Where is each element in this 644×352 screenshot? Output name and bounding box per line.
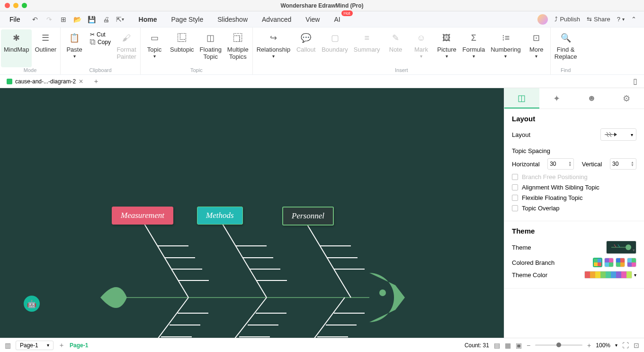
vertical-label: Vertical [582, 161, 602, 168]
view-mode-3-icon[interactable]: ▣ [516, 342, 522, 349]
cause-methods[interactable]: Methods [197, 207, 243, 225]
colored-branch-label: Colored Branch [512, 259, 555, 266]
mark-button[interactable]: ☺Mark▾ [408, 29, 434, 67]
add-page-icon[interactable]: ＋ [58, 341, 65, 350]
subtopic-button[interactable]: ⿺Subtopic [167, 29, 197, 67]
canvas[interactable]: Measurement Methods Personnel Environmen… [0, 88, 504, 338]
chat-fab-button[interactable]: 🤖 [24, 296, 40, 312]
svg-point-40 [626, 244, 631, 250]
file-menu[interactable]: File [3, 14, 27, 25]
overlap-checkbox[interactable]: Topic Overlap [512, 205, 636, 212]
open-icon[interactable]: 📂 [72, 13, 84, 26]
summary-button[interactable]: ≡Summary [351, 29, 383, 67]
svg-line-33 [607, 132, 608, 135]
publish-button[interactable]: ⤴ Publish [555, 16, 580, 23]
horizontal-input[interactable]: 30▲▼ [547, 158, 574, 170]
topic-button[interactable]: ▭Topic▾ [142, 29, 167, 67]
redo-icon[interactable]: ↷ [43, 13, 55, 26]
outliner-mode-button[interactable]: ☰Outliner [32, 29, 59, 67]
collapse-ribbon-icon[interactable]: ⌃ [631, 16, 636, 23]
note-icon: ✎ [390, 32, 401, 44]
panel-tab-style-icon[interactable]: ✦ [539, 88, 574, 108]
paste-button[interactable]: 📋Paste▾ [62, 29, 87, 67]
print-icon[interactable]: 🖨 [100, 13, 112, 26]
branch-free-checkbox: Branch Free Positioning [512, 173, 636, 181]
relationship-button[interactable]: ↪Relationship▾ [254, 29, 294, 67]
multiple-topics-button[interactable]: ⿹Multiple Topics [224, 29, 251, 67]
topic-icon: ▭ [149, 32, 160, 44]
panel-tab-settings-icon[interactable]: ⚙ [609, 88, 644, 108]
undo-icon[interactable]: ↶ [29, 13, 41, 26]
spacing-label: Topic Spacing [512, 147, 636, 154]
tab-view[interactable]: View [299, 13, 326, 26]
close-tab-icon[interactable]: ✕ [79, 78, 83, 85]
save-icon[interactable]: 💾 [86, 13, 98, 26]
vertical-input[interactable]: 30▲▼ [610, 158, 636, 170]
more-button[interactable]: ⊡More▾ [524, 29, 549, 67]
tab-advanced[interactable]: Advanced [255, 13, 298, 26]
tab-slideshow[interactable]: Slideshow [211, 13, 254, 26]
zoom-in-icon[interactable]: + [587, 342, 591, 349]
mindmap-icon: ✱ [11, 32, 22, 44]
multiple-topics-icon: ⿹ [232, 32, 243, 44]
fullscreen-icon[interactable]: ⛶ [622, 342, 629, 349]
tab-page-style[interactable]: Page Style [164, 13, 210, 26]
svg-line-22 [208, 298, 267, 338]
minimize-window-icon[interactable] [13, 3, 18, 8]
boundary-button[interactable]: ▢Boundary [319, 29, 351, 67]
maximize-window-icon[interactable] [22, 3, 27, 8]
menubar: File ↶ ↷ ⊞ 📂 💾 🖨 ⇱ ▾ Home Page Style Sli… [0, 11, 644, 27]
add-tab-button[interactable]: ＋ [90, 77, 102, 86]
svg-line-35 [607, 135, 608, 137]
panel-toggle-icon[interactable]: ▯ [633, 77, 641, 86]
svg-line-3 [144, 224, 188, 298]
cause-measurement[interactable]: Measurement [112, 207, 173, 225]
tab-home[interactable]: Home [132, 13, 164, 26]
fit-icon[interactable]: ⊡ [634, 342, 639, 349]
pages-icon[interactable]: ▥ [5, 342, 11, 349]
close-window-icon[interactable] [5, 3, 10, 8]
export-icon[interactable]: ⇱ ▾ [114, 13, 126, 26]
share-button[interactable]: ⇆ Share [587, 16, 610, 23]
new-doc-icon[interactable]: ⊞ [57, 13, 70, 26]
copy-button[interactable]: ⿻ Copy [90, 39, 111, 45]
cause-personnel[interactable]: Personnel [282, 207, 334, 226]
swatch-1[interactable] [593, 258, 602, 267]
layout-select[interactable]: ▾ [600, 128, 636, 141]
flexible-checkbox[interactable]: Flexible Floating Topic [512, 194, 636, 201]
doc-tab-label: cause-and-...-diagram-2 [15, 78, 76, 85]
alignment-checkbox[interactable]: Alignment With Sibling Topic [512, 184, 636, 191]
floating-topic-icon: ◫ [205, 32, 216, 44]
picture-button[interactable]: 🖼Picture▾ [434, 29, 459, 67]
avatar[interactable] [537, 14, 548, 25]
format-painter-button[interactable]: 🖌Format Painter [114, 29, 139, 67]
formula-button[interactable]: ΣFormula▾ [459, 29, 488, 67]
boundary-icon: ▢ [329, 32, 340, 44]
ribbon: ✱MindMap ☰Outliner Mode 📋Paste▾ ✂ Cut ⿻ … [0, 27, 644, 75]
app-title: Wondershare EdrawMind (Pro) [280, 2, 363, 9]
floating-topic-button[interactable]: ◫Floating Topic [197, 29, 224, 67]
help-icon[interactable]: ? ▾ [617, 16, 625, 23]
mindmap-mode-button[interactable]: ✱MindMap [1, 29, 32, 67]
swatch-3[interactable] [616, 258, 625, 267]
theme-select[interactable]: ▾ [606, 241, 636, 254]
theme-color-strip[interactable] [584, 271, 632, 279]
panel-tab-layout-icon[interactable]: ◫ [504, 88, 539, 108]
note-button[interactable]: ✎Note [383, 29, 408, 67]
callout-button[interactable]: 💬Callout [293, 29, 319, 67]
swatch-2[interactable] [604, 258, 614, 267]
page-select[interactable]: Page-1▾ [16, 341, 54, 350]
numbering-button[interactable]: ⁝≡Numbering▾ [488, 29, 524, 67]
topic-group-label: Topic [142, 67, 251, 74]
zoom-out-icon[interactable]: − [527, 342, 530, 349]
find-replace-button[interactable]: 🔍Find & Replace [552, 29, 580, 67]
document-tab[interactable]: cause-and-...-diagram-2 ✕ [3, 76, 87, 87]
swatch-4[interactable] [627, 258, 636, 267]
zoom-slider[interactable] [535, 344, 582, 346]
tab-ai[interactable]: AIHot [327, 13, 347, 26]
view-mode-2-icon[interactable]: ▦ [505, 342, 511, 349]
theme-color-label: Theme Color [512, 271, 547, 279]
cut-button[interactable]: ✂ Cut [90, 31, 111, 38]
view-mode-1-icon[interactable]: ▤ [494, 342, 500, 349]
panel-tab-security-icon[interactable]: ☻ [574, 88, 609, 108]
